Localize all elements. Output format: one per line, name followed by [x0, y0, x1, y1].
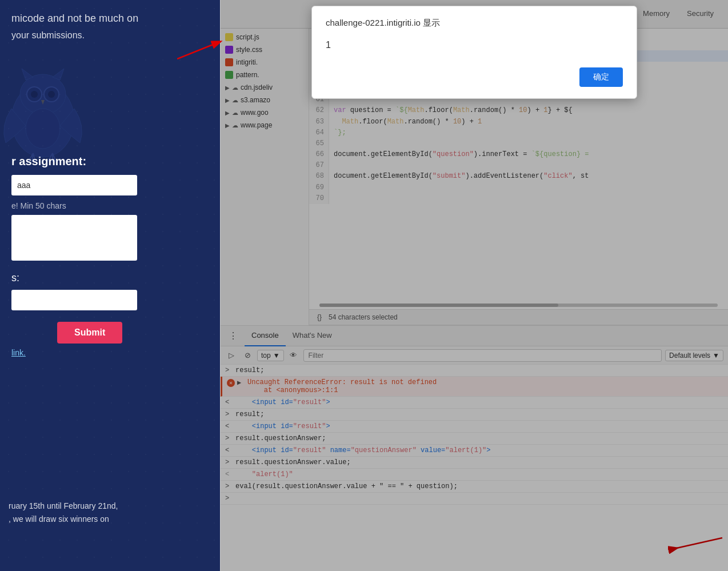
bottom-text: ruary 15th until February 21nd, , we wil…	[0, 500, 126, 525]
bottom-line-2: , we will draw six winners on	[9, 513, 118, 525]
label-s: s:	[11, 272, 209, 284]
svg-point-4	[31, 91, 38, 98]
modal-overlay: challenge-0221.intigriti.io 显示 1 确定	[221, 0, 728, 571]
top-text-2: your submissions.	[11, 30, 209, 41]
submit-button[interactable]: Submit	[57, 322, 122, 344]
modal-dialog: challenge-0221.intigriti.io 显示 1 确定	[311, 6, 637, 99]
secondary-input[interactable]	[11, 290, 137, 310]
modal-btn-row: 确定	[326, 67, 623, 87]
top-text-1: micode and not be much on	[11, 11, 209, 26]
owl-logo	[0, 51, 91, 168]
modal-value: 1	[326, 40, 623, 50]
hint-text: e! Min 50 chars	[11, 201, 209, 210]
svg-point-6	[26, 109, 60, 149]
modal-title: challenge-0221.intigriti.io 显示	[326, 18, 623, 29]
link-text[interactable]: link.	[11, 348, 209, 357]
modal-ok-button[interactable]: 确定	[579, 67, 623, 87]
website-panel: micode and not be much on your submissio…	[0, 0, 220, 571]
description-textarea[interactable]	[11, 215, 137, 261]
answer-input[interactable]	[11, 175, 137, 195]
svg-point-5	[48, 91, 55, 98]
devtools-panel: Performance Memory Security script.js st…	[220, 0, 728, 571]
bottom-line-1: ruary 15th until February 21nd,	[9, 500, 118, 512]
